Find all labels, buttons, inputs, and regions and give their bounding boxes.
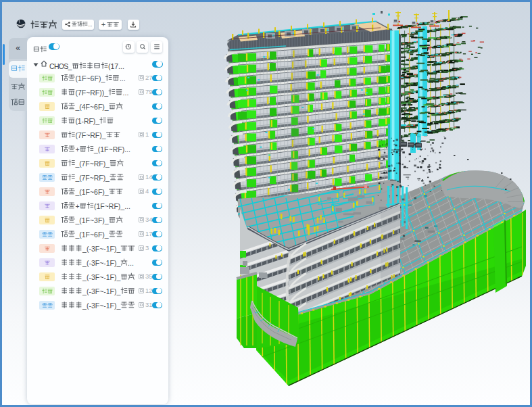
- svg-text:_(1F~RF)...: _(1F~RF)...: [93, 145, 130, 153]
- svg-text:(7F~RF)_: (7F~RF)_: [75, 131, 105, 139]
- svg-text:_(4F~6F)_: _(4F~6F)_: [74, 103, 108, 111]
- svg-text:...: ...: [120, 74, 126, 82]
- svg-text:...: ...: [123, 89, 129, 97]
- svg-text:_(-3F~-1F)_: _(-3F~-1F)_: [82, 259, 120, 267]
- svg-text:(7F~RF))_: (7F~RF))_: [75, 89, 108, 97]
- svg-text:_(7F~RF)_: _(7F~RF)_: [74, 160, 110, 168]
- svg-text:+: +: [75, 202, 79, 210]
- svg-text:_(-3F~-1F)_: _(-3F~-1F)_: [82, 273, 120, 281]
- svg-text:(1F~6F)_: (1F~6F)_: [75, 74, 105, 82]
- svg-text:_(7F~RF)_: _(7F~RF)_: [74, 174, 110, 182]
- svg-text:...: ...: [87, 22, 92, 28]
- svg-text:_(-3F~-1F)_: _(-3F~-1F)_: [82, 287, 120, 295]
- svg-text:_(-3F~-1F)_: _(-3F~-1F)_: [82, 245, 120, 253]
- svg-text:_(1F~6F)_: _(1F~6F)_: [74, 188, 108, 196]
- svg-text:(1F~RF)_...: (1F~RF)_...: [94, 202, 130, 210]
- svg-text:CHOS_: CHOS_: [49, 62, 72, 70]
- svg-text:_(1F~6F)_: _(1F~6F)_: [74, 231, 108, 239]
- svg-text:(17...: (17...: [108, 62, 124, 70]
- svg-text:_(1F~3F)_: _(1F~3F)_: [74, 216, 108, 224]
- svg-text:...: ...: [128, 259, 134, 267]
- svg-text:_(-3F~-1F)_: _(-3F~-1F)_: [82, 302, 120, 310]
- svg-text:+: +: [75, 145, 79, 153]
- svg-text:(1-RF)_: (1-RF)_: [75, 117, 99, 125]
